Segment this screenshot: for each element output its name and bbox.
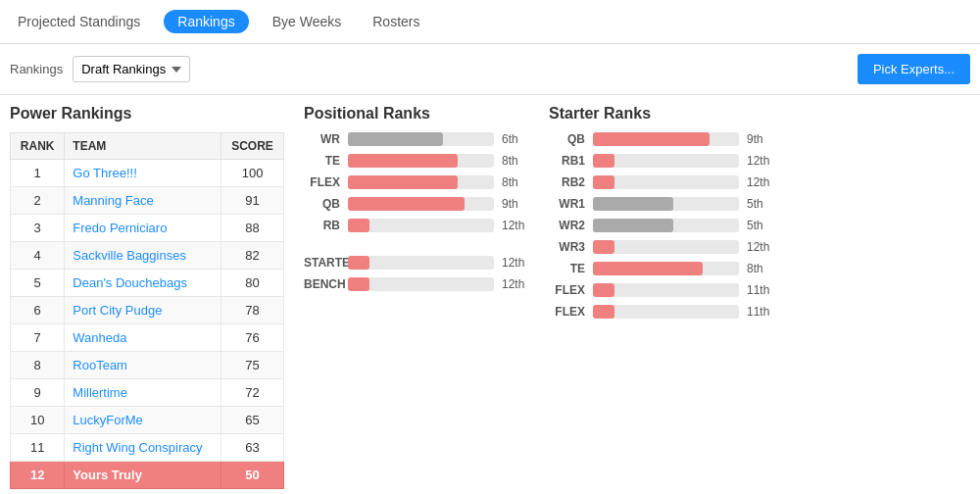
nav-bye-weeks[interactable]: Bye Weeks [265, 10, 350, 33]
pos-label: FLEX [549, 283, 593, 297]
pos-row: RB2 12th [549, 175, 774, 189]
starter-ranks-section: Starter Ranks QB 9th RB1 12th RB2 12th [549, 105, 774, 489]
pos-row: QB 9th [304, 197, 529, 211]
pos-rank: 6th [502, 132, 529, 146]
power-rankings-section: Power Rankings RANK TEAM SCORE 1 Go Thre… [10, 105, 284, 489]
pos-rank: 11th [747, 305, 774, 319]
pos-bar-container [348, 256, 494, 270]
pick-experts-button[interactable]: Pick Experts... [858, 54, 970, 84]
pos-bar-container [348, 132, 494, 146]
pos-bar [348, 256, 369, 270]
pos-bar [593, 175, 614, 189]
pos-bar-container [348, 154, 494, 168]
pos-row: WR2 5th [549, 219, 774, 232]
pos-rank: 9th [747, 132, 774, 146]
table-row: 10 LuckyForMe 65 [11, 407, 284, 434]
team-name-cell[interactable]: Yours Truly [65, 462, 221, 489]
power-rankings-title: Power Rankings [10, 105, 284, 123]
pos-label: TE [549, 262, 593, 275]
score-cell: 76 [221, 324, 284, 352]
table-row: 7 Wanheda 76 [11, 324, 284, 352]
pos-label: QB [304, 197, 348, 211]
pos-row: STARTERS 12th [304, 256, 529, 270]
pos-bar-container [593, 305, 739, 319]
pos-rank: 5th [747, 219, 774, 232]
pos-row: BENCH 12th [304, 277, 529, 291]
pos-row: WR 6th [304, 132, 529, 146]
rank-cell: 11 [11, 434, 65, 462]
score-cell: 80 [221, 270, 284, 297]
rank-cell: 5 [11, 270, 65, 297]
rankings-bar: Rankings Draft Rankings Pick Experts... [0, 44, 980, 95]
table-row: 11 Right Wing Conspiracy 63 [11, 434, 284, 462]
power-rankings-table: RANK TEAM SCORE 1 Go Three!!! 100 2 Mann… [10, 132, 284, 489]
rank-cell: 10 [11, 407, 65, 434]
pos-bar-container [348, 197, 494, 211]
team-name-cell[interactable]: Manning Face [65, 187, 221, 215]
pos-row: RB 12th [304, 219, 529, 232]
pos-bar [593, 262, 703, 275]
pos-rank: 12th [747, 240, 774, 254]
pos-bar [593, 197, 673, 211]
rank-cell: 3 [11, 215, 65, 242]
team-name-cell[interactable]: Dean's Douchebags [65, 270, 221, 297]
col-team: TEAM [65, 133, 221, 160]
pos-bar-container [593, 132, 739, 146]
pos-label: WR1 [549, 197, 593, 211]
pos-bar [348, 197, 465, 211]
pos-bar [593, 305, 614, 319]
pos-bar [593, 219, 673, 232]
pos-bar [348, 154, 458, 168]
team-name-cell[interactable]: Port City Pudge [65, 297, 221, 324]
pos-label: BENCH [304, 277, 348, 291]
rank-cell: 6 [11, 297, 65, 324]
col-score: SCORE [221, 133, 284, 160]
pos-bar [593, 154, 614, 168]
team-name-cell[interactable]: Millertime [65, 379, 221, 407]
team-name-cell[interactable]: Right Wing Conspiracy [65, 434, 221, 462]
score-cell: 78 [221, 297, 284, 324]
table-row: 9 Millertime 72 [11, 379, 284, 407]
score-cell: 91 [221, 187, 284, 215]
nav-bar: Projected Standings Rankings Bye Weeks R… [0, 0, 980, 44]
pos-bar-container [348, 277, 494, 291]
pos-rank: 12th [747, 175, 774, 189]
pos-label: RB2 [549, 175, 593, 189]
pos-row: FLEX 11th [549, 305, 774, 319]
table-row: 3 Fredo Perniciaro 88 [11, 215, 284, 242]
pos-rank: 5th [747, 197, 774, 211]
pos-label: WR [304, 132, 348, 146]
pos-rank: 11th [747, 283, 774, 297]
pos-bar [593, 240, 614, 254]
pos-bar-container [348, 175, 494, 189]
nav-rosters[interactable]: Rosters [365, 10, 427, 33]
table-row: 4 Sackville Bagginses 82 [11, 242, 284, 270]
team-name-cell[interactable]: LuckyForMe [65, 407, 221, 434]
team-name-cell[interactable]: Go Three!!! [65, 160, 221, 187]
score-cell: 72 [221, 379, 284, 407]
pos-label: TE [304, 154, 348, 168]
pos-label: RB1 [549, 154, 593, 168]
pos-bar [348, 132, 443, 146]
score-cell: 75 [221, 352, 284, 379]
team-name-cell[interactable]: Sackville Bagginses [65, 242, 221, 270]
team-name-cell[interactable]: RooTeam [65, 352, 221, 379]
team-name-cell[interactable]: Wanheda [65, 324, 221, 352]
nav-projected-standings[interactable]: Projected Standings [10, 10, 148, 33]
pos-rank: 12th [502, 277, 529, 291]
team-name-cell[interactable]: Fredo Perniciaro [65, 215, 221, 242]
score-cell: 65 [221, 407, 284, 434]
rankings-select[interactable]: Draft Rankings [73, 56, 190, 82]
pos-bar-container [348, 219, 494, 232]
score-cell: 50 [221, 462, 284, 489]
pos-rank: 12th [747, 154, 774, 168]
pos-rank: 8th [747, 262, 774, 275]
pos-bar [348, 277, 369, 291]
table-row: 12 Yours Truly 50 [11, 462, 284, 489]
pos-rank: 12th [502, 219, 529, 232]
nav-rankings[interactable]: Rankings [164, 10, 248, 33]
pos-rank: 9th [502, 197, 529, 211]
pos-row: FLEX 11th [549, 283, 774, 297]
main-content: Power Rankings RANK TEAM SCORE 1 Go Thre… [0, 95, 980, 494]
pos-row: FLEX 8th [304, 175, 529, 189]
